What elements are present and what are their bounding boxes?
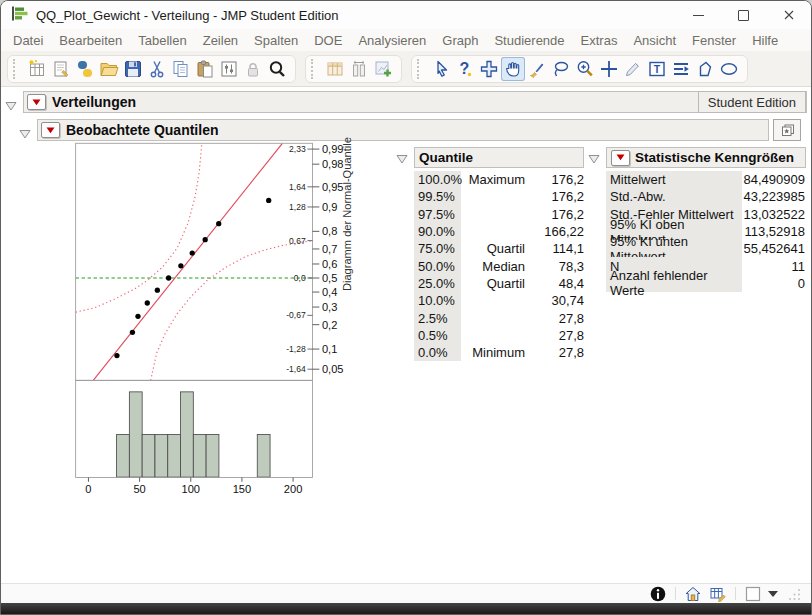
toolbar-icon-columns[interactable] [347,57,371,81]
quantile-pct: 75.0% [414,240,461,257]
toolbar-icon-brush[interactable] [525,57,549,81]
toolbar-icon-add-graph[interactable] [371,57,395,81]
data-point [178,263,183,268]
toolbar-icon-polygon[interactable] [693,57,717,81]
prob-tick-label: 0,9 [322,201,337,213]
quantile-row: 90.0%166,22 [414,223,584,240]
red-triangle-icon [616,154,625,161]
toolbar-icon-cursor[interactable] [429,57,453,81]
table-edit-button[interactable] [710,586,726,602]
z-tick-label: -1,64 [286,364,306,374]
menu-item-tabellen[interactable]: Tabellen [130,31,194,50]
toolbar-icon-oval[interactable] [717,57,741,81]
x-tick-label: 50 [133,483,145,495]
data-point [155,288,160,293]
layout-select-button[interactable] [745,586,761,602]
prob-tick-label: 0,6 [322,258,337,270]
quantile-pct: 0.0% [414,344,461,361]
y-axis-title: Diagramm der Normal-Quantile [341,137,353,291]
close-button[interactable] [766,1,811,29]
resize-grip[interactable] [787,586,803,602]
menu-item-fenster[interactable]: Fenster [684,31,744,50]
maximize-icon [738,10,749,21]
histogram-bar [206,434,219,477]
toolbar-icon-search[interactable] [265,57,289,81]
toolbar-icon-save[interactable] [121,57,145,81]
preferences-icon [218,58,240,80]
disclosure-triangle[interactable] [396,150,408,168]
quantile-row: 100.0%Maximum176,2 [414,171,584,188]
histogram-bar [129,392,142,477]
toolbar-icon-pencil[interactable] [621,57,645,81]
menu-item-bearbeiten[interactable]: Bearbeiten [51,31,130,50]
toolbar-icon-copy[interactable] [169,57,193,81]
disclosure-triangle[interactable] [588,150,600,168]
toolbar-icon-lock[interactable] [241,57,265,81]
toolbar-icon-text-tool[interactable]: T [645,57,669,81]
toolbar-grip[interactable] [417,59,423,79]
summary-value: 0 [742,276,805,291]
toolbar-icon-crosshair[interactable] [597,57,621,81]
menu-item-hilfe[interactable]: Hilfe [744,31,786,50]
save-icon [122,58,144,80]
toolbar-icon-help[interactable]: ? [453,57,477,81]
toolbar-icon-move-cross[interactable] [477,57,501,81]
quantile-name: Minimum [461,345,525,360]
quantile-name: Median [461,259,525,274]
toolbar-icon-lasso[interactable] [549,57,573,81]
toolbar-icon-cut[interactable] [145,57,169,81]
summary-value: 55,452641 [742,241,805,256]
quantile-value: 78,3 [525,259,584,274]
minimize-button[interactable] [676,1,721,29]
menu-item-spalten[interactable]: Spalten [246,31,306,50]
home-button[interactable] [685,586,701,602]
prob-tick-label: 0,1 [322,343,337,355]
toolbar-icon-scroller[interactable] [669,57,693,81]
histogram-bar [168,434,181,477]
maximize-button[interactable] [721,1,766,29]
summary-panel-title: Statistische Kenngrößen [635,150,794,165]
quantile-row: 2.5%27,8 [414,309,584,326]
caret-down-icon[interactable] [768,591,778,597]
z-tick-label: -1,28 [286,344,306,354]
menu-item-studierende[interactable]: Studierende [486,31,572,50]
red-triangle-menu-button[interactable] [611,150,630,166]
new-table-icon [26,58,48,80]
toolbar-icon-paste[interactable] [193,57,217,81]
toolbar-icon-hand[interactable] [501,57,525,81]
toolbar-icon-new-script[interactable] [49,57,73,81]
save-layout-button[interactable] [773,119,801,141]
toolbar: ?T [1,51,811,87]
toolbar-grip[interactable] [311,59,317,79]
prob-tick-label: 0,05 [322,363,344,375]
histogram-bar [181,392,194,477]
quantile-name: Quartil [461,276,525,291]
quantile-pct: 10.0% [414,292,461,309]
toolbar-icon-open-folder[interactable] [97,57,121,81]
menu-item-datei[interactable]: Datei [5,31,51,50]
data-point [145,300,150,305]
menu-item-extras[interactable]: Extras [573,31,626,50]
menu-item-analysieren[interactable]: Analysieren [350,31,434,50]
quantile-panel-title: Quantile [419,150,473,165]
info-button[interactable] [650,586,666,602]
toolbar-icon-data-table[interactable] [323,57,347,81]
distribution-plot[interactable]: 2,331,641,280,670,0-0,67-1,28-1,640,990,… [1,87,401,585]
menu-item-ansicht[interactable]: Ansicht [625,31,684,50]
menu-item-doe[interactable]: DOE [306,31,350,50]
quantile-row: 0.0%Minimum27,8 [414,344,584,361]
oval-icon [718,58,740,80]
menu-item-zeilen[interactable]: Zeilen [195,31,246,50]
histogram-bar [193,434,206,477]
toolbar-grip[interactable] [13,59,19,79]
toolbar-icon-preferences[interactable] [217,57,241,81]
menu-item-graph[interactable]: Graph [434,31,486,50]
summary-row: 95% KI unten Mittelwert55,452641 [606,240,805,257]
summary-label: Mittelwert [606,171,742,188]
toolbar-icon-python[interactable] [73,57,97,81]
toolbar-icon-zoom-in[interactable] [573,57,597,81]
summary-panel-header: Statistische Kenngrößen [606,147,806,168]
data-table-icon [324,58,346,80]
quantile-row: 50.0%Median78,3 [414,257,584,274]
toolbar-icon-new-table[interactable] [25,57,49,81]
